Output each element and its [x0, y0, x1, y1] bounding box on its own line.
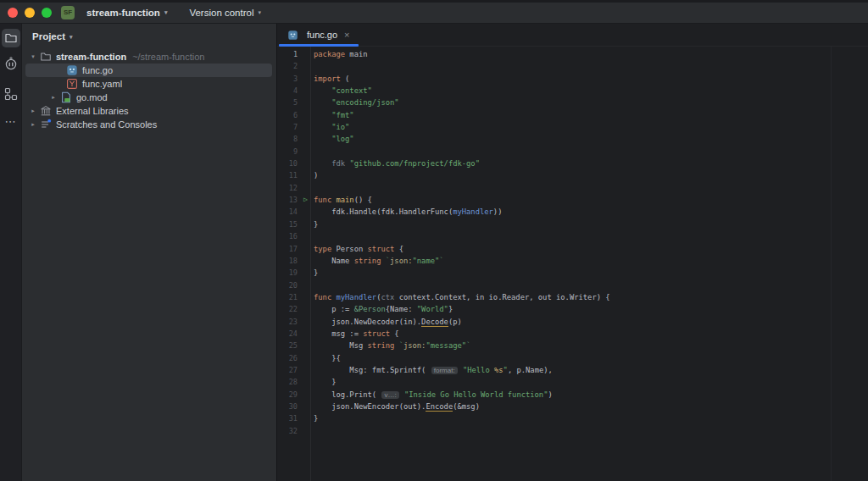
- code-line-11[interactable]: 11): [277, 169, 868, 181]
- line-number[interactable]: 25: [277, 340, 298, 351]
- vcs-widget[interactable]: Version control ▾: [184, 5, 266, 20]
- line-number[interactable]: 28: [277, 376, 298, 388]
- chevron-right-icon[interactable]: ▸: [27, 121, 39, 128]
- line-number[interactable]: 11: [277, 169, 298, 181]
- line-number[interactable]: 14: [277, 206, 298, 218]
- chevron-right-icon[interactable]: ▸: [47, 94, 59, 101]
- line-number[interactable]: 16: [277, 230, 298, 242]
- line-number[interactable]: 20: [277, 279, 298, 291]
- code-line-25[interactable]: 25 Msg string `json:"message"`: [277, 340, 868, 351]
- scratches-icon: [39, 119, 52, 131]
- code-line-18[interactable]: 18 Name string `json:"name"`: [277, 255, 868, 267]
- tree-item-go-mod[interactable]: ▸go.mod: [22, 91, 276, 104]
- code-line-23[interactable]: 23 json.NewDecoder(in).Decode(p): [277, 316, 868, 328]
- code-line-5[interactable]: 5 "encoding/json": [277, 97, 868, 108]
- line-number[interactable]: 7: [277, 121, 298, 133]
- line-number[interactable]: 23: [277, 316, 298, 328]
- code-line-16[interactable]: 16: [277, 230, 868, 242]
- line-number[interactable]: 29: [277, 389, 298, 401]
- code-line-19[interactable]: 19}: [277, 267, 868, 279]
- stripe-button-structure[interactable]: [2, 85, 20, 103]
- code-line-10[interactable]: 10 fdk "github.com/fnproject/fdk-go": [277, 158, 868, 169]
- code-editor[interactable]: 1package main23import (4 "context"5 "enc…: [277, 47, 868, 481]
- code-line-31[interactable]: 31}: [277, 412, 868, 424]
- code-line-9[interactable]: 9: [277, 146, 868, 158]
- tree-item-label: func.yaml: [82, 79, 122, 89]
- project-panel-header[interactable]: Project ▾: [22, 25, 276, 47]
- code-line-7[interactable]: 7 "io": [277, 121, 868, 133]
- code-line-13[interactable]: 13▷func main() {: [277, 194, 868, 206]
- stripe-button-more[interactable]: ⋯: [2, 112, 20, 130]
- line-number[interactable]: 6: [277, 109, 298, 121]
- code-line-26[interactable]: 26 }{: [277, 352, 868, 364]
- code-line-3[interactable]: 3import (: [277, 73, 868, 85]
- code-line-8[interactable]: 8 "log": [277, 133, 868, 145]
- tab-func-go[interactable]: func.go ×: [279, 24, 359, 46]
- code-line-29[interactable]: 29 log.Print( v…: "Inside Go Hello World…: [277, 389, 868, 401]
- code-line-1[interactable]: 1package main: [277, 48, 868, 60]
- vcs-label: Version control: [189, 8, 253, 18]
- line-number[interactable]: 1: [277, 48, 298, 60]
- chevron-down-icon[interactable]: ▾: [27, 53, 39, 60]
- line-number[interactable]: 13: [277, 194, 298, 206]
- tree-item-func-go[interactable]: func.go: [22, 64, 276, 77]
- code-line-6[interactable]: 6 "fmt": [277, 109, 868, 121]
- line-number[interactable]: 31: [277, 412, 298, 424]
- line-number[interactable]: 17: [277, 243, 298, 255]
- line-number[interactable]: 18: [277, 255, 298, 267]
- chevron-right-icon[interactable]: ▸: [27, 108, 39, 114]
- line-number[interactable]: 26: [277, 352, 298, 364]
- project-selector[interactable]: stream-function ▾: [81, 5, 172, 20]
- close-window-button[interactable]: [8, 8, 18, 18]
- tree-item-stream-function[interactable]: ▾stream-function~/stream-function: [22, 50, 276, 64]
- code-line-32[interactable]: 32: [277, 425, 868, 437]
- gutter-space: [298, 85, 314, 97]
- line-number[interactable]: 21: [277, 291, 298, 303]
- gutter-space: [298, 267, 314, 279]
- code-line-22[interactable]: 22 p := &Person{Name: "World"}: [277, 303, 868, 315]
- code-line-24[interactable]: 24 msg := struct {: [277, 328, 868, 340]
- line-number[interactable]: 24: [277, 328, 298, 340]
- code-text: Msg string `json:"message"`: [314, 340, 470, 351]
- run-main-icon[interactable]: ▷: [298, 194, 314, 206]
- tree-item-scratches-and-consoles[interactable]: ▸Scratches and Consoles: [22, 118, 276, 131]
- code-line-4[interactable]: 4 "context": [277, 85, 868, 97]
- code-line-14[interactable]: 14 fdk.Handle(fdk.HandlerFunc(myHandler)…: [277, 206, 868, 218]
- code-line-12[interactable]: 12: [277, 182, 868, 194]
- line-number[interactable]: 32: [277, 425, 298, 437]
- tree-item-label: go.mod: [76, 92, 108, 102]
- stripe-button-ai-assistant[interactable]: [2, 54, 20, 73]
- minimize-window-button[interactable]: [25, 8, 35, 18]
- project-panel-title: Project: [32, 31, 65, 41]
- line-number[interactable]: 3: [277, 73, 298, 85]
- line-number[interactable]: 19: [277, 267, 298, 279]
- code-text: "log": [314, 133, 354, 145]
- stripe-button-folder[interactable]: [2, 29, 20, 47]
- line-number[interactable]: 30: [277, 401, 298, 412]
- gutter-space: [298, 243, 314, 255]
- code-line-21[interactable]: 21func myHandler(ctx context.Context, in…: [277, 291, 868, 303]
- tree-item-func-yaml[interactable]: func.yaml: [22, 77, 276, 91]
- code-text: json.NewDecoder(in).Decode(p): [314, 316, 462, 328]
- line-number[interactable]: 2: [277, 60, 298, 72]
- line-number[interactable]: 27: [277, 364, 298, 376]
- code-line-17[interactable]: 17type Person struct {: [277, 243, 868, 255]
- code-line-30[interactable]: 30 json.NewEncoder(out).Encode(&msg): [277, 401, 868, 412]
- tree-item-external-libraries[interactable]: ▸External Libraries: [22, 104, 276, 118]
- code-line-20[interactable]: 20: [277, 279, 868, 291]
- line-number[interactable]: 22: [277, 303, 298, 315]
- line-number[interactable]: 8: [277, 133, 298, 145]
- code-line-15[interactable]: 15}: [277, 218, 868, 230]
- zoom-window-button[interactable]: [42, 8, 52, 18]
- line-number[interactable]: 10: [277, 158, 298, 169]
- code-line-2[interactable]: 2: [277, 60, 868, 72]
- line-number[interactable]: 15: [277, 218, 298, 230]
- code-line-28[interactable]: 28 }: [277, 376, 868, 388]
- code-line-27[interactable]: 27 Msg: fmt.Sprintf( format: "Hello %s",…: [277, 364, 868, 376]
- line-number[interactable]: 12: [277, 182, 298, 194]
- line-number[interactable]: 9: [277, 146, 298, 158]
- line-number[interactable]: 5: [277, 97, 298, 108]
- close-tab-icon[interactable]: ×: [344, 30, 349, 40]
- structure-icon: [4, 87, 18, 101]
- line-number[interactable]: 4: [277, 85, 298, 97]
